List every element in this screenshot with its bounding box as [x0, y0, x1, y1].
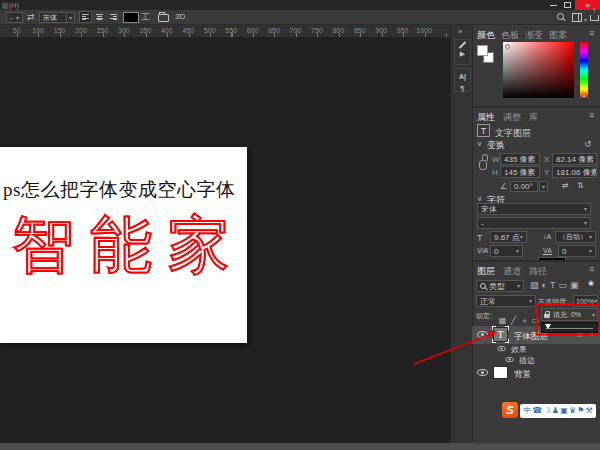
- font-family-dropdown[interactable]: 宋体: [39, 12, 67, 23]
- saturation-brightness-field[interactable]: [503, 42, 574, 98]
- tab-paths[interactable]: 路径: [529, 265, 547, 278]
- brush-settings-panel-icon[interactable]: [459, 41, 467, 49]
- width-field[interactable]: 435 像素: [500, 153, 540, 165]
- blend-mode-dropdown[interactable]: 正常▾: [476, 295, 536, 307]
- link-dimensions-icon[interactable]: [479, 160, 487, 170]
- color-field-marker[interactable]: [505, 44, 510, 49]
- align-center-button[interactable]: [93, 11, 106, 23]
- tool-preset-dropdown[interactable]: -▾: [6, 12, 23, 23]
- tab-layers[interactable]: 图层: [477, 265, 495, 278]
- tab-channels[interactable]: 通道: [503, 265, 521, 278]
- y-field[interactable]: 181.06 像素: [552, 166, 597, 178]
- tab-patterns[interactable]: 图案: [549, 29, 567, 42]
- canvas[interactable]: ps怎么把字体变成空心字体 智能家: [0, 38, 452, 443]
- opacity-dropdown[interactable]: 100%▾: [573, 295, 598, 307]
- flip-horizontal-icon[interactable]: ⇄: [562, 181, 569, 190]
- layer-filter-icon[interactable]: ▨: [530, 281, 539, 292]
- ruler-label: 250: [92, 25, 113, 36]
- hue-slider[interactable]: [580, 42, 588, 98]
- background-thumbnail[interactable]: [493, 366, 508, 379]
- share-icon[interactable]: [590, 15, 599, 21]
- leading-field[interactable]: （自动）▾: [555, 231, 596, 243]
- ruler-label: 950: [392, 25, 413, 36]
- visibility-toggle-icon[interactable]: [505, 357, 513, 362]
- height-field[interactable]: 145 像素: [500, 166, 540, 178]
- lock-option-icon[interactable]: ＋: [519, 315, 530, 326]
- layer-filter-icon[interactable]: ▭: [558, 281, 567, 292]
- font-size-field[interactable]: 9.67 点▾: [490, 231, 527, 243]
- tab-libraries[interactable]: 库: [529, 111, 538, 124]
- filter-pin-icon[interactable]: ◉: [588, 279, 594, 287]
- minimize-button[interactable]: [547, 0, 560, 10]
- warp-text-icon[interactable]: 工: [141, 13, 150, 22]
- stroke-effect-row[interactable]: 描边: [472, 354, 600, 365]
- text-color-swatch[interactable]: [123, 12, 139, 23]
- hue-slider-marker[interactable]: [582, 94, 586, 98]
- transform-collapse-icon[interactable]: ∨: [477, 140, 482, 148]
- visibility-toggle-icon[interactable]: [477, 369, 488, 376]
- watermark-icon: ☎: [532, 407, 542, 415]
- layer-filter-icon[interactable]: ◐: [542, 281, 547, 292]
- fill-slider-track[interactable]: [546, 328, 593, 329]
- layer-filter-icon[interactable]: ▣: [570, 281, 579, 292]
- paragraph-panel-icon[interactable]: ¶: [460, 84, 464, 93]
- effects-row[interactable]: 效果: [472, 343, 600, 354]
- text-orientation-icon[interactable]: ⇄: [27, 13, 35, 22]
- toggle-panels-icon[interactable]: [158, 14, 169, 22]
- x-field[interactable]: 82.14 像素: [552, 153, 597, 165]
- font-size-icon: T: [477, 233, 483, 243]
- layer-filter-type-dropdown[interactable]: 类型▾: [476, 280, 524, 292]
- tab-properties[interactable]: 属性: [477, 111, 495, 124]
- visibility-toggle-icon[interactable]: [497, 346, 505, 351]
- fill-slider-handle[interactable]: [545, 324, 551, 329]
- lock-option-icon[interactable]: ▦: [497, 316, 508, 325]
- flip-vertical-icon[interactable]: ⇅: [577, 181, 584, 190]
- ruler-label: 100: [27, 25, 48, 36]
- angle-dropdown[interactable]: ▾: [539, 181, 548, 192]
- dock-triangle-icon[interactable]: ▶: [460, 50, 465, 58]
- chevron-down-icon[interactable]: ▾: [584, 16, 587, 23]
- layer-row-background[interactable]: 背景: [472, 365, 600, 381]
- angle-field[interactable]: 0.00°: [510, 181, 538, 192]
- layer-thumbnail[interactable]: T: [493, 327, 508, 342]
- character-panel-icon[interactable]: A|: [459, 73, 466, 80]
- menu-bar: 助(H): [0, 0, 600, 10]
- align-right-button[interactable]: [107, 11, 120, 23]
- search-icon[interactable]: [557, 13, 564, 20]
- tracking-field[interactable]: 0▾: [558, 245, 596, 257]
- restore-button[interactable]: [561, 0, 574, 10]
- tab-swatches[interactable]: 色板: [501, 29, 519, 42]
- align-left-button[interactable]: [79, 11, 92, 23]
- font-family-select[interactable]: 宋体▾: [477, 203, 591, 215]
- layer-name[interactable]: 背景: [514, 369, 531, 381]
- watermark-icon: ♛: [569, 407, 576, 415]
- lock-option-icon[interactable]: ▭: [530, 316, 541, 325]
- workspace-switcher-icon[interactable]: [572, 13, 582, 22]
- lock-icon: [544, 314, 550, 318]
- properties-menu-icon[interactable]: ≡: [589, 110, 594, 120]
- fill-slider-popup[interactable]: [541, 322, 598, 333]
- tab-gradients[interactable]: 渐变: [525, 29, 543, 42]
- dock-collapse-icon[interactable]: »: [458, 27, 462, 36]
- layer-filter-icons: ▨◐T▭▣: [530, 281, 586, 292]
- top-ruler[interactable]: 5010015020025030035040045050055060065070…: [0, 25, 452, 38]
- font-style-select[interactable]: -▾: [477, 217, 591, 229]
- layers-menu-icon[interactable]: ≡: [589, 264, 594, 274]
- fill-dropdown[interactable]: 填充: 0% ▾: [541, 308, 598, 321]
- kerning-field[interactable]: 0▾: [490, 245, 523, 257]
- color-panel-menu-icon[interactable]: ≡: [589, 28, 594, 38]
- height-label: H: [492, 168, 498, 177]
- visibility-toggle-icon[interactable]: [477, 331, 488, 338]
- lock-option-icon[interactable]: ╱: [508, 316, 519, 325]
- layer-filter-icon[interactable]: T: [550, 281, 556, 292]
- tab-adjustments[interactable]: 调整: [503, 111, 521, 124]
- font-dropdown-caret[interactable]: ▾: [66, 12, 75, 23]
- reset-transform-icon[interactable]: ↺: [584, 139, 592, 149]
- foreground-color-swatch[interactable]: [477, 45, 488, 56]
- watermark-icon: ♟: [552, 407, 559, 415]
- threed-mode-button[interactable]: 3D: [175, 13, 185, 21]
- character-collapse-icon[interactable]: ∨: [477, 195, 482, 203]
- document[interactable]: ps怎么把字体变成空心字体 智能家: [0, 147, 247, 343]
- dock-group-2: A| ¶: [454, 68, 471, 92]
- tab-color[interactable]: 颜色: [477, 29, 495, 42]
